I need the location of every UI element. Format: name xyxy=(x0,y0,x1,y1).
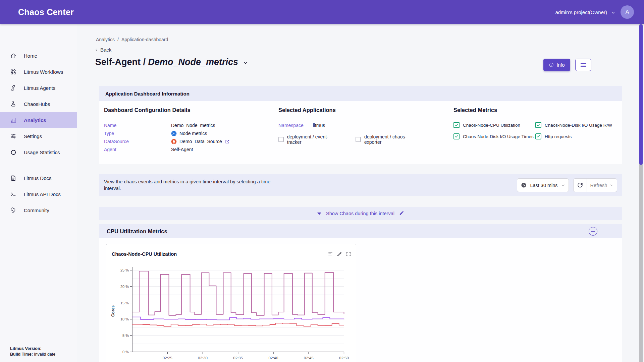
svg-text:02:35: 02:35 xyxy=(233,356,243,360)
sidebar-item-litmus-docs[interactable]: Litmus Docs xyxy=(0,170,77,186)
time-interval-description: View the chaos events and metrics in a g… xyxy=(104,178,285,192)
application-dashboard-information-panel: Application Dashboard Information Dashbo… xyxy=(99,86,622,164)
svg-text:02:40: 02:40 xyxy=(269,356,278,360)
flask-icon xyxy=(10,101,16,107)
sidebar-item-litmus-api-docs[interactable]: Litmus API Docs xyxy=(0,186,77,202)
cpu-utilization-chart: 0 %5 %10 %15 %20 %25 %02:2502:3002:3502:… xyxy=(107,261,355,362)
app-checkbox-deployment-chaos-exporter[interactable]: deployment / chaos-exporter xyxy=(356,134,423,145)
cpu-utilization-section-body: Chaos-Node-CPU Utilization 0 %5 %10 %15 … xyxy=(99,238,622,362)
sidebar-item-settings[interactable]: Settings xyxy=(0,128,77,144)
namespace-label: Namespace xyxy=(278,123,304,128)
refresh-icon xyxy=(577,182,583,188)
vertical-scrollbar[interactable] xyxy=(639,24,643,362)
time-interval-panel: View the chaos events and metrics in a g… xyxy=(99,174,622,196)
info-button[interactable]: Info xyxy=(543,59,570,71)
sidebar-item-community[interactable]: Community xyxy=(0,202,77,218)
chart-legend-lines-icon[interactable] xyxy=(328,251,333,258)
breadcrumb-analytics[interactable]: Analytics xyxy=(96,37,115,42)
svg-text:10 %: 10 % xyxy=(120,317,129,321)
info-icon xyxy=(549,62,554,67)
edit-pencil-icon[interactable] xyxy=(399,210,404,217)
svg-text:0 %: 0 % xyxy=(122,350,129,354)
svg-text:20 %: 20 % xyxy=(120,285,129,289)
node-metrics-icon xyxy=(171,131,177,136)
back-button[interactable]: Back xyxy=(95,47,111,53)
build-time-label: Build Time: xyxy=(10,352,33,357)
project-label: admin's project(Owner) xyxy=(555,9,607,15)
settings-sliders-icon xyxy=(10,133,16,139)
chart-expand-icon[interactable] xyxy=(346,251,351,258)
metric-checkbox-chaos-node-disk-i-o-usage-r-w[interactable]: Chaos-Node-Disk I/O Usage R/W xyxy=(535,122,621,128)
version-label: Litmus Version: xyxy=(10,346,42,351)
refresh-interval-dropdown[interactable]: Refresh xyxy=(587,178,617,192)
checkbox-checked-icon[interactable] xyxy=(535,133,541,139)
svg-text:5 %: 5 % xyxy=(122,334,129,338)
breadcrumb-application-dashboard[interactable]: Application-dashboard xyxy=(121,37,168,42)
project-switcher[interactable]: admin's project(Owner) xyxy=(555,9,615,15)
community-icon xyxy=(10,207,16,214)
chart-edit-pencil-icon[interactable] xyxy=(337,251,342,258)
chevron-left-icon xyxy=(95,48,98,52)
svg-text:02:30: 02:30 xyxy=(198,356,208,360)
sidebar-item-usage-statistics[interactable]: Usage Statistics xyxy=(0,144,77,160)
checkbox-checked-icon[interactable] xyxy=(453,133,460,139)
minus-icon xyxy=(591,231,595,232)
refresh-now-button[interactable] xyxy=(573,178,587,192)
main-content: Analytics / Application-dashboard Back S… xyxy=(99,24,622,362)
page-title: Self-Agent / Demo_Node_metrics xyxy=(95,57,238,67)
version-footer: Litmus Version: Build Time: Invalid date xyxy=(10,346,55,357)
chart-title: Chaos-Node-CPU Utilization xyxy=(112,251,177,257)
sidebar-item-litmus-workflows[interactable]: Litmus Workflows xyxy=(0,64,77,80)
checkbox-checked-icon[interactable] xyxy=(453,122,460,128)
svg-text:25 %: 25 % xyxy=(120,268,129,272)
namespace-value: litmus xyxy=(313,123,325,128)
metric-checkbox-chaos-node-disk-i-o-usage-times[interactable]: Chaos-Node-Disk I/O Usage Times xyxy=(453,133,535,139)
dashboard-configuration-details: Dashboard Configuration Details Name Dem… xyxy=(104,107,262,154)
config-row-name: Name Demo_Node_metrics xyxy=(104,121,262,129)
sidebar-item-analytics[interactable]: Analytics xyxy=(0,112,77,128)
svg-text:Cores: Cores xyxy=(111,305,115,317)
metric-checkbox-chaos-node-cpu-utilization[interactable]: Chaos-Node-CPU Utilization xyxy=(453,122,535,128)
config-row-agent: Agent Self-Agent xyxy=(104,145,262,154)
agents-link-icon xyxy=(10,85,16,91)
chevron-down-icon xyxy=(561,183,565,188)
docs-icon xyxy=(10,175,16,181)
time-range-button[interactable]: Last 30 mins xyxy=(517,178,569,192)
app-checkbox-deployment-event-tracker[interactable]: deployment / event-tracker xyxy=(278,134,341,145)
dashboard-select-chevron-icon[interactable] xyxy=(243,60,248,67)
sidebar: HomeLitmus WorkflowsLitmus AgentsChaosHu… xyxy=(0,24,77,362)
show-chaos-toggle[interactable]: Show Chaos during this interval xyxy=(99,207,622,220)
build-time-value: Invalid date xyxy=(34,352,55,357)
sidebar-item-litmus-agents[interactable]: Litmus Agents xyxy=(0,80,77,96)
terminal-icon xyxy=(10,191,16,197)
config-row-datasource: DataSource Demo_Data_Source xyxy=(104,137,262,145)
breadcrumb-separator: / xyxy=(117,37,119,42)
home-icon xyxy=(10,53,16,59)
clock-icon xyxy=(521,182,527,188)
external-link-icon[interactable] xyxy=(225,139,230,144)
prometheus-icon xyxy=(171,139,177,144)
workflows-icon xyxy=(10,69,16,75)
checkbox-checked-icon[interactable] xyxy=(535,122,541,128)
panel-header: Application Dashboard Information xyxy=(99,86,622,101)
selected-applications: Selected Applications Namespace litmus d… xyxy=(278,107,423,145)
avatar[interactable]: A xyxy=(621,5,634,19)
checkbox-unchecked-icon[interactable] xyxy=(356,137,361,142)
sidebar-item-chaoshubs[interactable]: ChaosHubs xyxy=(0,96,77,112)
chevron-down-icon xyxy=(611,10,615,14)
breadcrumb: Analytics / Application-dashboard xyxy=(96,37,168,42)
checkbox-unchecked-icon[interactable] xyxy=(278,137,284,142)
collapse-section-button[interactable] xyxy=(589,227,597,236)
svg-text:02:45: 02:45 xyxy=(304,356,314,360)
dashboard-menu-button[interactable] xyxy=(575,59,591,71)
cpu-utilization-section-header: CPU Utilization Metrics xyxy=(99,224,622,238)
config-row-type: Type Node metrics xyxy=(104,129,262,137)
scrollbar-thumb[interactable] xyxy=(639,24,643,165)
sidebar-item-home[interactable]: Home xyxy=(0,48,77,64)
sidebar-divider xyxy=(8,165,69,165)
chevron-down-icon xyxy=(610,183,613,188)
selected-metrics: Selected Metrics Chaos-Node-CPU Utilizat… xyxy=(453,107,621,139)
metric-checkbox-http-requests[interactable]: Http requests xyxy=(535,133,621,139)
svg-text:15 %: 15 % xyxy=(120,301,129,305)
triangle-down-icon xyxy=(317,213,321,215)
